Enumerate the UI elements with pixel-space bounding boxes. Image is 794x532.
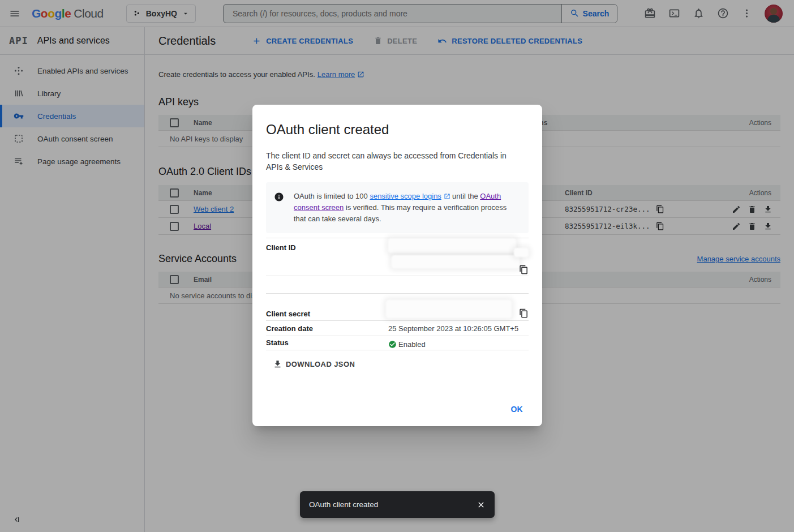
- snackbar-toast: OAuth client created: [300, 491, 495, 518]
- download-json-label: DOWNLOAD JSON: [286, 360, 355, 368]
- client-id-value-redacted: [388, 238, 529, 276]
- download-icon: [273, 359, 282, 369]
- client-id-row: Client ID: [266, 238, 529, 276]
- redacted-blur: [388, 238, 516, 253]
- redacted-blur: [514, 248, 529, 257]
- credential-fields: Client ID Client secret Creation date 25…: [266, 238, 529, 350]
- ok-button[interactable]: OK: [506, 400, 527, 418]
- redacted-blur: [386, 300, 512, 318]
- client-secret-value-redacted: [388, 294, 529, 320]
- status-label: Status: [266, 336, 388, 350]
- close-icon[interactable]: [477, 500, 486, 509]
- dialog-title: OAuth client created: [266, 122, 529, 138]
- info-icon: [274, 192, 284, 225]
- redacted-blur: [392, 255, 520, 268]
- client-id-label: Client ID: [266, 238, 388, 276]
- oauth-limit-notice: OAuth is limited to 100 sensitive scope …: [266, 182, 529, 233]
- creation-date-row: Creation date 25 September 2023 at 10:26…: [266, 321, 529, 336]
- notice-text: OAuth is limited to 100: [294, 192, 370, 200]
- creation-date-value: 25 September 2023 at 10:26:05 GMT+5: [388, 321, 529, 336]
- client-secret-label: Client secret: [266, 294, 388, 320]
- external-link-icon: [444, 193, 450, 200]
- status-value: Enabled: [398, 340, 426, 349]
- client-secret-row: Client secret: [266, 294, 529, 320]
- check-circle-icon: [388, 340, 397, 349]
- status-row: Status Enabled: [266, 336, 529, 350]
- spacer-row: [266, 276, 529, 293]
- creation-date-label: Creation date: [266, 321, 388, 336]
- copy-client-secret-icon[interactable]: [519, 308, 529, 318]
- oauth-client-created-dialog: OAuth client created The client ID and s…: [252, 105, 542, 426]
- sensitive-scope-logins-link[interactable]: sensitive scope logins: [370, 192, 441, 200]
- download-json-button[interactable]: DOWNLOAD JSON: [266, 357, 355, 371]
- toast-message: OAuth client created: [309, 500, 477, 509]
- dialog-subtitle: The client ID and secret can always be a…: [266, 150, 518, 173]
- copy-client-id-icon[interactable]: [519, 265, 529, 274]
- notice-text: until the: [450, 192, 480, 200]
